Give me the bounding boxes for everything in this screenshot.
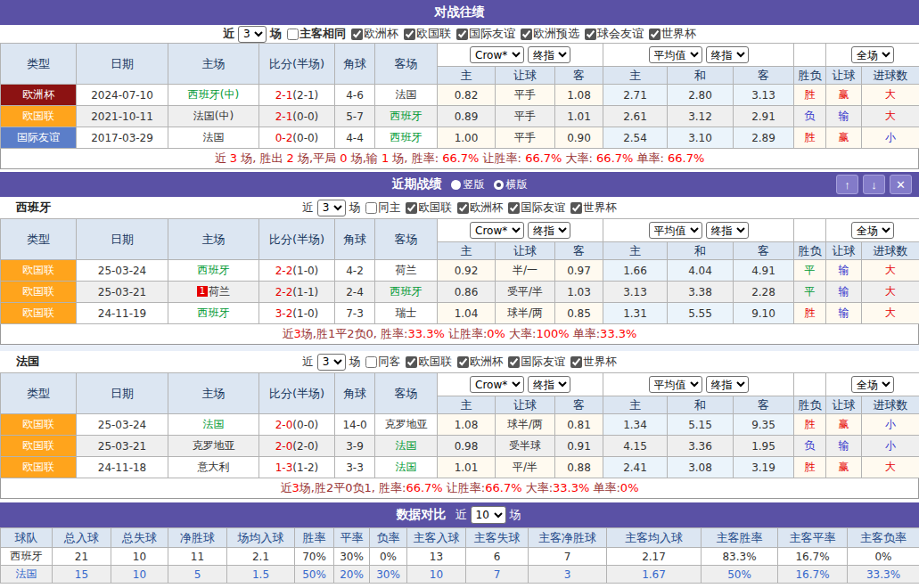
home-team[interactable]: 西班牙 xyxy=(168,303,259,324)
home-team[interactable]: 意大利 xyxy=(168,457,259,478)
team-cell[interactable]: 法国 xyxy=(1,566,53,584)
block-separator xyxy=(0,345,919,351)
corner-cell: 2-4 xyxy=(335,282,375,303)
stat-header: 主客净胜球 xyxy=(529,528,607,548)
bookie-select[interactable]: Crow* xyxy=(470,376,524,393)
stat-cell: 6 xyxy=(466,548,529,566)
home-team[interactable]: 法国 xyxy=(168,414,259,436)
odds-handicap-cell: 平手 xyxy=(496,127,555,149)
move-up-button[interactable]: ↑ xyxy=(836,175,858,194)
comp-checkbox[interactable] xyxy=(456,29,468,40)
comp-checkbox[interactable] xyxy=(508,202,520,214)
score-cell: 2-0(2-0) xyxy=(259,436,335,457)
away-team[interactable]: 法国 xyxy=(375,457,438,478)
team-cell[interactable]: 西班牙 xyxy=(1,548,53,566)
avg-select[interactable]: 平均值 xyxy=(649,376,702,393)
col-result: 胜负 xyxy=(794,67,826,85)
france-count-select[interactable]: 3 xyxy=(317,354,346,371)
table-row: 国际友谊 2017-03-29 法国 0-2(0-0) 4-4 西班牙 1.00… xyxy=(1,127,919,149)
odds-stage-select[interactable]: 终指 xyxy=(528,46,570,63)
avg-select[interactable]: 平均值 xyxy=(649,222,702,239)
france-filter-bar: 近 3 场 同客 欧国联 欧洲杯 国际友谊 世界杯 xyxy=(302,354,617,371)
avg-dropdown-cell: 平均值终指 xyxy=(603,44,794,67)
away-team[interactable]: 西班牙 xyxy=(375,282,438,303)
horizontal-layout-radio[interactable] xyxy=(494,180,504,190)
odds-stage-select[interactable]: 终指 xyxy=(528,376,570,393)
competition-badge: 欧国联 xyxy=(1,436,77,457)
move-down-button[interactable]: ↓ xyxy=(863,175,885,194)
result-cell: 胜 xyxy=(794,85,826,106)
france-table: 类型 日期 主场 比分(半场) 角球 客场 Crow*终指 平均值终指 全场 主… xyxy=(0,372,919,478)
odds-stage-select[interactable]: 终指 xyxy=(528,222,570,239)
away-team[interactable]: 荷兰 xyxy=(375,260,438,282)
away-team[interactable]: 瑞士 xyxy=(375,303,438,324)
away-team[interactable]: 西班牙 xyxy=(375,106,438,127)
avg-away-cell: 1.95 xyxy=(734,436,794,457)
same-away-option: 同客 xyxy=(362,355,400,370)
table-row: 欧国联 25-03-21 克罗地亚 2-0(2-0) 3-9 法国 0.98 受… xyxy=(1,436,919,457)
home-team[interactable]: 1荷兰 xyxy=(168,282,259,303)
home-team[interactable]: 法国(中) xyxy=(168,106,259,127)
odds-away-cell: 0.88 xyxy=(555,457,603,478)
scope-select[interactable]: 全场 xyxy=(851,376,894,393)
comp-checkbox[interactable] xyxy=(351,29,363,40)
handicap-result-cell: 赢 xyxy=(826,457,862,478)
same-away-checkbox[interactable] xyxy=(365,356,377,368)
comp-checkbox[interactable] xyxy=(570,356,582,368)
col-odds-away: 客 xyxy=(555,242,603,260)
comp-checkbox[interactable] xyxy=(521,29,532,40)
avg-home-cell: 2.41 xyxy=(603,457,668,478)
vertical-layout-radio[interactable] xyxy=(451,180,461,190)
result-cell: 胜 xyxy=(794,414,826,436)
home-team[interactable]: 克罗地亚 xyxy=(168,436,259,457)
spain-count-select[interactable]: 3 xyxy=(317,200,346,216)
comp-checkbox[interactable] xyxy=(457,356,469,368)
close-button[interactable]: ✕ xyxy=(890,175,912,194)
avg-select[interactable]: 平均值 xyxy=(649,46,702,63)
comp-checkbox[interactable] xyxy=(404,29,415,40)
avg-stage-select[interactable]: 终指 xyxy=(706,46,749,63)
match-date: 2024-07-10 xyxy=(77,85,168,106)
stat-cell: 13 xyxy=(407,548,466,566)
h2h-count-select[interactable]: 3 xyxy=(238,26,267,43)
home-team[interactable]: 法国 xyxy=(168,127,259,149)
table-row: 西班牙 21 10 11 2.1 70% 30% 0% 13 6 7 2.17 … xyxy=(1,548,919,566)
away-team[interactable]: 法国 xyxy=(375,85,438,106)
comp-checkbox[interactable] xyxy=(508,356,520,368)
scope-select[interactable]: 全场 xyxy=(851,46,894,63)
bookie-select[interactable]: Crow* xyxy=(470,222,524,239)
stat-header: 主客失球 xyxy=(466,528,529,548)
odds-away-cell: 1.03 xyxy=(555,282,603,303)
table-row: 欧洲杯 2024-07-10 西班牙(中) 2-1(2-1) 4-6 法国 0.… xyxy=(1,85,919,106)
away-team[interactable]: 西班牙 xyxy=(375,127,438,149)
fulltime-score: 2-1 xyxy=(275,110,293,123)
col-avg-away: 客 xyxy=(734,242,794,260)
same-home-checkbox[interactable] xyxy=(365,202,377,214)
avg-stage-select[interactable]: 终指 xyxy=(706,222,749,239)
games-label: 场 xyxy=(270,26,282,42)
compare-count-select[interactable]: 10 xyxy=(471,506,506,524)
halftime-score: (1-0) xyxy=(292,307,318,320)
empty-header-cell xyxy=(794,219,826,242)
comp-checkbox[interactable] xyxy=(585,29,596,40)
corner-cell: 4-2 xyxy=(335,260,375,282)
comp-checkbox[interactable] xyxy=(406,202,417,214)
stat-cell: 0% xyxy=(370,548,407,566)
bookie-select[interactable]: Crow* xyxy=(470,46,524,63)
away-team[interactable]: 法国 xyxy=(375,436,438,457)
comp-checkbox[interactable] xyxy=(406,356,417,368)
home-team[interactable]: 西班牙(中) xyxy=(168,85,259,106)
result-cell: 胜 xyxy=(794,457,826,478)
avg-home-cell: 1.34 xyxy=(603,414,668,436)
comp-checkbox[interactable] xyxy=(570,202,582,214)
away-team[interactable]: 克罗地亚 xyxy=(375,414,438,436)
comp-filter-option: 世界杯 xyxy=(567,355,617,370)
comp-checkbox[interactable] xyxy=(457,202,469,214)
goals-result-cell: 小 xyxy=(862,436,919,457)
comp-checkbox[interactable] xyxy=(649,29,661,40)
same-homeaway-checkbox[interactable] xyxy=(287,29,299,40)
scope-select[interactable]: 全场 xyxy=(851,222,894,239)
competition-badge: 国际友谊 xyxy=(1,127,77,149)
avg-stage-select[interactable]: 终指 xyxy=(706,376,749,393)
home-team[interactable]: 西班牙 xyxy=(168,260,259,282)
